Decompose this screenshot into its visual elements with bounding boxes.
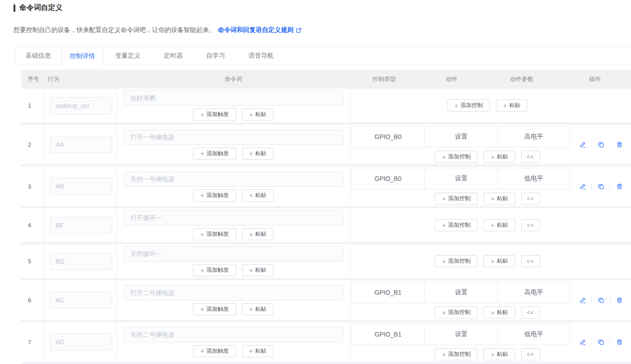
copy-button[interactable] (597, 140, 605, 148)
add-control-button[interactable]: +添加控制 (435, 348, 478, 360)
command-table: 序号 行为 命令词 控制类型 动作 动作参数 操作 1 +添加触发 +粘贴 +添… (21, 70, 631, 364)
behavior-cell (45, 244, 117, 278)
tab-control-details[interactable]: 控制详情 (62, 47, 104, 65)
trash-icon (616, 141, 623, 148)
row-operations (571, 89, 631, 122)
delete-button[interactable] (615, 140, 623, 148)
delete-button[interactable] (615, 296, 623, 304)
paste-control-button[interactable]: +粘贴 (483, 219, 515, 231)
plus-icon: + (503, 103, 507, 109)
behavior-input[interactable] (50, 253, 112, 270)
edit-button[interactable] (578, 182, 586, 190)
command-input[interactable] (124, 171, 343, 187)
paste-trigger-button[interactable]: +粘贴 (242, 228, 274, 240)
table-row: 1 +添加触发 +粘贴 +添加控制 +粘贴 (21, 89, 631, 122)
add-control-button[interactable]: +添加控制 (435, 193, 478, 205)
control-button-row: +添加控制 +粘贴 << (435, 348, 540, 360)
add-trigger-button[interactable]: +添加触发 (193, 228, 236, 240)
behavior-input[interactable] (50, 178, 112, 195)
command-input[interactable] (124, 327, 343, 342)
plus-icon: + (249, 150, 253, 157)
paste-control-button[interactable]: +粘贴 (483, 348, 515, 360)
paste-control-button[interactable]: +粘贴 (483, 151, 515, 163)
add-trigger-button[interactable]: +添加触发 (193, 189, 236, 202)
add-trigger-button[interactable]: +添加触发 (193, 264, 236, 276)
col-header-action: 动作 (419, 74, 485, 84)
edit-button[interactable] (578, 338, 586, 346)
table-row: 2 +添加触发 +粘贴 GPIO_B0 设置 高电平 +添加控制 +粘贴 << (21, 125, 631, 164)
copy-button[interactable] (597, 338, 605, 346)
delete-button[interactable] (615, 182, 623, 190)
edit-button[interactable] (578, 296, 586, 304)
trigger-button-row: +添加触发 +粘贴 (193, 228, 273, 240)
row-index: 2 (21, 125, 45, 164)
command-input[interactable] (124, 130, 343, 145)
command-input[interactable] (124, 90, 343, 106)
behavior-input[interactable] (50, 333, 112, 351)
row-index: 6 (21, 280, 45, 320)
add-trigger-button[interactable]: +添加触发 (193, 148, 236, 160)
behavior-cell (45, 322, 117, 362)
behavior-input[interactable] (50, 217, 112, 234)
behavior-cell (45, 166, 117, 206)
add-control-button[interactable]: +添加控制 (435, 306, 478, 319)
paste-trigger-button[interactable]: +粘贴 (242, 189, 274, 202)
paste-trigger-button[interactable]: +粘贴 (242, 345, 274, 357)
collapse-button[interactable]: << (521, 151, 540, 163)
paste-control-button[interactable]: +粘贴 (483, 255, 515, 267)
control-action-value: 设置 (425, 126, 498, 147)
tab-self-learning[interactable]: 自学习 (194, 47, 237, 65)
rules-link[interactable]: 命令词和回复语自定义规则 (218, 26, 302, 34)
collapse-button[interactable]: << (521, 255, 540, 267)
copy-button[interactable] (597, 296, 605, 304)
add-trigger-button[interactable]: +添加触发 (193, 345, 236, 357)
plus-icon: + (491, 154, 494, 160)
edit-pencil-icon (579, 339, 586, 346)
add-trigger-button[interactable]: +添加触发 (193, 303, 236, 315)
command-cell: +添加触发 +粘贴 (117, 89, 350, 122)
copy-button[interactable] (597, 182, 605, 190)
tab-timer[interactable]: 定时器 (152, 47, 194, 65)
add-control-button[interactable]: +添加控制 (435, 151, 478, 163)
behavior-input[interactable] (50, 97, 112, 114)
add-trigger-button[interactable]: +添加触发 (193, 108, 236, 121)
plus-icon: + (442, 258, 446, 265)
delete-button[interactable] (615, 338, 623, 346)
paste-control-button[interactable]: +粘贴 (483, 193, 515, 205)
collapse-button[interactable]: << (521, 193, 540, 205)
edit-pencil-icon (579, 141, 586, 148)
tab-basic-info[interactable]: 基础信息 (15, 47, 62, 65)
plus-icon: + (200, 150, 204, 157)
plus-icon: + (491, 196, 494, 202)
paste-trigger-button[interactable]: +粘贴 (242, 264, 274, 276)
paste-trigger-button[interactable]: +粘贴 (242, 303, 274, 315)
plus-icon: + (249, 306, 253, 312)
add-control-button[interactable]: +添加控制 (435, 255, 478, 267)
tab-voice-navigation[interactable]: 语音导航 (237, 47, 285, 65)
paste-trigger-button[interactable]: +粘贴 (242, 148, 274, 160)
collapse-button[interactable]: << (521, 348, 540, 360)
behavior-input[interactable] (50, 136, 112, 153)
add-control-button[interactable]: +添加控制 (435, 219, 478, 231)
add-control-button[interactable]: +添加控制 (447, 99, 490, 112)
plus-icon: + (249, 348, 253, 354)
paste-label: 粘贴 (509, 102, 520, 109)
paste-control-button[interactable]: +粘贴 (496, 99, 527, 112)
plus-icon: + (200, 112, 204, 118)
plus-icon: + (249, 112, 253, 118)
behavior-input[interactable] (50, 292, 112, 309)
paste-control-button[interactable]: +粘贴 (483, 306, 515, 319)
command-input[interactable] (124, 285, 343, 301)
paste-label: 粘贴 (497, 309, 508, 316)
control-action-value: 设置 (425, 168, 498, 189)
collapse-button[interactable]: << (521, 219, 540, 231)
add-trigger-label: 添加触发 (207, 347, 229, 355)
table-row: 4 +添加触发 +粘贴 +添加控制 +粘贴 << (21, 208, 631, 242)
command-input[interactable] (124, 210, 343, 225)
edit-button[interactable] (578, 140, 586, 148)
command-input[interactable] (124, 246, 343, 261)
control-button-row: +添加控制 +粘贴 << (435, 306, 540, 319)
paste-trigger-button[interactable]: +粘贴 (242, 108, 274, 121)
tab-variable-definition[interactable]: 变量定义 (104, 47, 152, 65)
collapse-button[interactable]: << (521, 306, 540, 319)
